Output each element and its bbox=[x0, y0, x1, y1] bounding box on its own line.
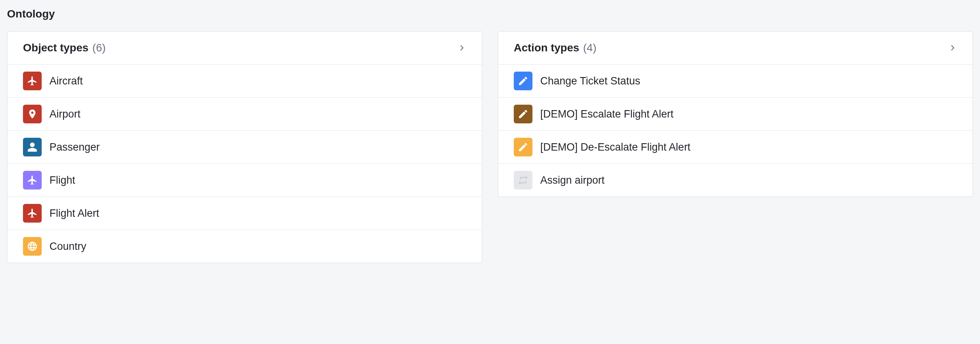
action-types-count: (4) bbox=[583, 42, 596, 54]
object-type-label: Aircraft bbox=[49, 75, 83, 87]
globe-icon bbox=[23, 237, 42, 256]
object-types-header-left: Object types (6) bbox=[23, 42, 106, 54]
action-type-deescalate-flight-alert[interactable]: [DEMO] De-Escalate Flight Alert bbox=[498, 131, 973, 164]
ontology-panels: Object types (6) Aircraft Airport Passen… bbox=[7, 31, 973, 263]
object-type-airport[interactable]: Airport bbox=[7, 98, 482, 131]
object-type-label: Flight Alert bbox=[49, 207, 99, 219]
action-type-label: [DEMO] Escalate Flight Alert bbox=[540, 108, 673, 120]
airplane-icon bbox=[23, 72, 42, 90]
object-type-label: Flight bbox=[49, 174, 75, 186]
object-type-flight[interactable]: Flight bbox=[7, 164, 482, 197]
airplane-icon bbox=[23, 204, 42, 223]
pin-icon bbox=[23, 105, 42, 123]
action-type-label: Change Ticket Status bbox=[540, 75, 640, 87]
action-type-assign-airport[interactable]: Assign airport bbox=[498, 164, 973, 197]
object-type-label: Country bbox=[49, 240, 86, 253]
object-types-panel: Object types (6) Aircraft Airport Passen… bbox=[7, 31, 482, 263]
action-types-header[interactable]: Action types (4) bbox=[498, 32, 973, 65]
action-types-header-left: Action types (4) bbox=[514, 42, 596, 54]
object-type-country[interactable]: Country bbox=[7, 230, 482, 263]
action-type-escalate-flight-alert[interactable]: [DEMO] Escalate Flight Alert bbox=[498, 98, 973, 131]
action-type-change-ticket-status[interactable]: Change Ticket Status bbox=[498, 65, 973, 98]
airplane-icon bbox=[23, 171, 42, 190]
pencil-icon bbox=[514, 105, 532, 123]
object-type-aircraft[interactable]: Aircraft bbox=[7, 65, 482, 98]
pencil-icon bbox=[514, 72, 532, 90]
chevron-right-icon bbox=[458, 44, 466, 52]
chevron-right-icon bbox=[948, 44, 957, 52]
page-title: Ontology bbox=[7, 8, 973, 20]
object-type-passenger[interactable]: Passenger bbox=[7, 131, 482, 164]
action-types-title: Action types bbox=[514, 42, 579, 54]
object-type-label: Passenger bbox=[49, 141, 100, 153]
swap-icon bbox=[514, 171, 532, 190]
action-types-panel: Action types (4) Change Ticket Status [D… bbox=[498, 31, 973, 197]
object-types-count: (6) bbox=[92, 42, 106, 54]
action-type-label: Assign airport bbox=[540, 174, 605, 186]
object-types-title: Object types bbox=[23, 42, 88, 54]
object-type-label: Airport bbox=[49, 108, 81, 120]
action-type-label: [DEMO] De-Escalate Flight Alert bbox=[540, 141, 691, 153]
object-types-header[interactable]: Object types (6) bbox=[7, 32, 482, 65]
person-icon bbox=[23, 138, 42, 156]
pencil-icon bbox=[514, 138, 532, 156]
object-type-flight-alert[interactable]: Flight Alert bbox=[7, 197, 482, 230]
